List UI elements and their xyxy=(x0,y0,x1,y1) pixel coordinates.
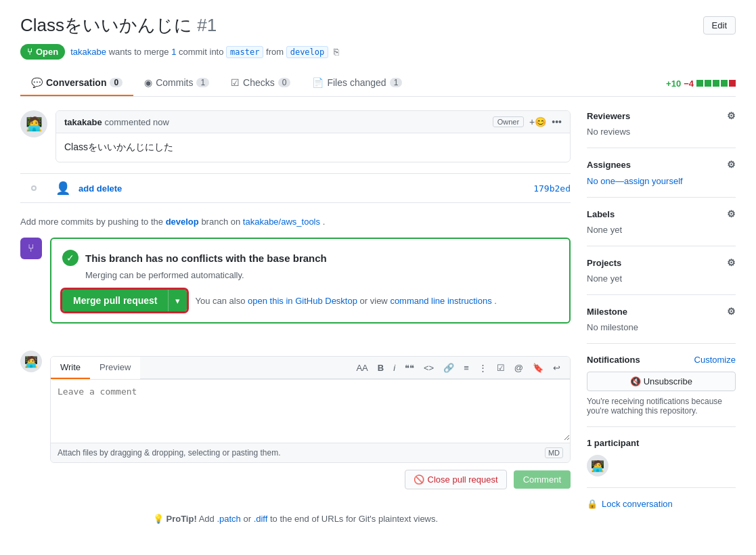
labels-gear-icon[interactable]: ⚙ xyxy=(727,208,736,219)
tab-commits-label: Commits xyxy=(156,77,193,88)
commit-message-link[interactable]: add delete xyxy=(79,183,122,194)
write-area-section: 🧑‍💻 Write Preview AA B i ❝❝ <> 🔗 xyxy=(20,345,571,463)
tab-files-changed[interactable]: 📄 Files changed 1 xyxy=(301,70,413,96)
commit-row: 👤 add delete 179b2ed xyxy=(20,173,571,203)
toolbar-code-button[interactable]: <> xyxy=(421,361,437,374)
toolbar-reference-button[interactable]: 🔖 xyxy=(530,361,546,374)
participants-count: 1 participant xyxy=(587,438,736,448)
toolbar-ordered-list-button[interactable]: ⋮ xyxy=(476,361,490,374)
commit-dot xyxy=(31,185,37,191)
toolbar-italic-button[interactable]: i xyxy=(391,361,398,374)
labels-title: Labels ⚙ xyxy=(587,208,736,219)
diff-bars xyxy=(696,80,736,87)
comment-body-text: Classをいいかんじにした xyxy=(64,141,173,152)
merge-section: ⑂ ✓ This branch has no conflicts with th… xyxy=(20,238,571,334)
labels-section: Labels ⚙ None yet xyxy=(587,197,736,246)
write-tab[interactable]: Write xyxy=(51,357,90,379)
emoji-button[interactable]: +😊 xyxy=(529,116,546,127)
projects-gear-icon[interactable]: ⚙ xyxy=(727,257,736,268)
comment-box: takakabe commented now Owner +😊 ••• Clas… xyxy=(55,110,571,162)
reviewers-section: Reviewers ⚙ No reviews xyxy=(587,110,736,148)
action-row: 🚫 Close pull request Comment xyxy=(20,463,571,496)
push-info: Add more commits by pushing to the devel… xyxy=(20,211,571,238)
toolbar-bold-button[interactable]: B xyxy=(375,361,386,374)
tab-conversation-count: 0 xyxy=(110,78,123,87)
lock-icon: 🔒 xyxy=(587,499,598,509)
copy-icon[interactable]: ⎘ xyxy=(334,47,339,57)
more-options-button[interactable]: ••• xyxy=(552,116,562,127)
tab-files-changed-label: Files changed xyxy=(327,77,386,88)
diff-bar-3 xyxy=(713,80,719,87)
protip-prefix: ProTip! xyxy=(166,514,196,524)
no-conflict-header: ✓ This branch has no conflicts with the … xyxy=(62,250,558,266)
milestone-title: Milestone ⚙ xyxy=(587,306,736,317)
commit-avatar-col xyxy=(20,185,47,191)
avatar: 🧑‍💻 xyxy=(20,110,47,137)
customize-link[interactable]: Customize xyxy=(694,355,736,365)
commits-icon: ◉ xyxy=(144,77,152,88)
assignees-value[interactable]: No one—assign yourself xyxy=(587,176,683,186)
milestone-section: Milestone ⚙ No milestone xyxy=(587,294,736,343)
commit-count-link[interactable]: 1 xyxy=(171,47,176,57)
participants-section: 1 participant 🧑‍💻 xyxy=(587,426,736,487)
tab-checks[interactable]: ☑ Checks 0 xyxy=(220,70,301,96)
reviewers-gear-icon[interactable]: ⚙ xyxy=(727,110,736,121)
toolbar-quote-button[interactable]: ❝❝ xyxy=(402,361,417,374)
milestone-gear-icon[interactable]: ⚙ xyxy=(727,306,736,317)
pr-meta-author: takakabe wants to merge 1 commit into ma… xyxy=(70,47,339,57)
diff-link[interactable]: .diff xyxy=(254,514,268,524)
toolbar-reply-button[interactable]: ↩ xyxy=(550,361,563,374)
tab-conversation[interactable]: 💬 Conversation 0 xyxy=(20,70,133,96)
push-branch-link[interactable]: develop xyxy=(166,217,199,227)
toolbar-link-button[interactable]: 🔗 xyxy=(441,361,457,374)
attach-text: Attach files by dragging & dropping, sel… xyxy=(58,448,281,458)
pr-title-text: Classをいいかんじに xyxy=(20,15,192,35)
no-conflict-subtitle: Merging can be performed automatically. xyxy=(85,270,558,280)
comment-meta: takakabe commented now xyxy=(64,116,169,127)
participant-avatar: 🧑‍💻 xyxy=(587,455,608,476)
toolbar-unordered-list-button[interactable]: ≡ xyxy=(461,361,472,374)
owner-badge: Owner xyxy=(493,116,524,127)
tab-commits[interactable]: ◉ Commits 1 xyxy=(133,70,220,96)
preview-tab[interactable]: Preview xyxy=(90,357,140,379)
merge-pull-request-button[interactable]: Merge pull request xyxy=(62,290,168,311)
tab-commits-count: 1 xyxy=(196,78,209,87)
checks-icon: ☑ xyxy=(231,77,240,88)
toolbar-mention-button[interactable]: @ xyxy=(512,361,526,374)
push-repo-link[interactable]: takakabe/aws_tools xyxy=(243,217,320,227)
toolbar-heading-button[interactable]: AA xyxy=(353,361,370,374)
projects-title: Projects ⚙ xyxy=(587,257,736,268)
assignees-section: Assignees ⚙ No one—assign yourself xyxy=(587,148,736,197)
diff-bar-5 xyxy=(729,80,736,87)
tab-files-changed-count: 1 xyxy=(390,78,403,87)
merge-dropdown-button[interactable]: ▾ xyxy=(168,290,187,311)
comment-submit-button[interactable]: Comment xyxy=(514,470,571,489)
close-pull-request-button[interactable]: 🚫 Close pull request xyxy=(405,470,507,489)
github-desktop-link[interactable]: open this in GitHub Desktop xyxy=(248,296,357,306)
assignees-gear-icon[interactable]: ⚙ xyxy=(727,159,736,170)
milestone-value: No milestone xyxy=(587,322,736,332)
commit-user-icon: 👤 xyxy=(55,181,70,196)
write-toolbar: AA B i ❝❝ <> 🔗 ≡ ⋮ ☑ @ 🔖 ↩ xyxy=(347,357,570,379)
patch-link[interactable]: .patch xyxy=(217,514,240,524)
diff-stat: +10 −4 xyxy=(666,70,736,96)
pr-number: #1 xyxy=(197,15,217,35)
pr-title: Classをいいかんじに #1 xyxy=(20,14,217,37)
comment-textarea[interactable] xyxy=(51,380,570,441)
merge-icon-box: ⑂ xyxy=(20,238,42,259)
pr-meta: ⑂ Open takakabe wants to merge 1 commit … xyxy=(20,44,736,60)
assignees-title: Assignees ⚙ xyxy=(587,159,736,170)
close-btn-label: Close pull request xyxy=(428,474,498,485)
unsubscribe-button[interactable]: 🔇 Unsubscribe xyxy=(587,372,736,391)
base-branch: master xyxy=(226,46,263,58)
open-badge-icon: ⑂ xyxy=(27,47,32,57)
diff-additions: +10 xyxy=(666,79,681,89)
toolbar-task-list-button[interactable]: ☑ xyxy=(494,361,508,374)
diff-bar-4 xyxy=(721,80,728,87)
author-link[interactable]: takakabe xyxy=(70,47,106,57)
command-line-link[interactable]: command line instructions xyxy=(390,296,491,306)
open-badge: ⑂ Open xyxy=(20,44,65,60)
lock-conversation-row[interactable]: 🔒 Lock conversation xyxy=(587,487,736,520)
attach-row: Attach files by dragging & dropping, sel… xyxy=(51,443,570,462)
edit-button[interactable]: Edit xyxy=(703,16,736,35)
